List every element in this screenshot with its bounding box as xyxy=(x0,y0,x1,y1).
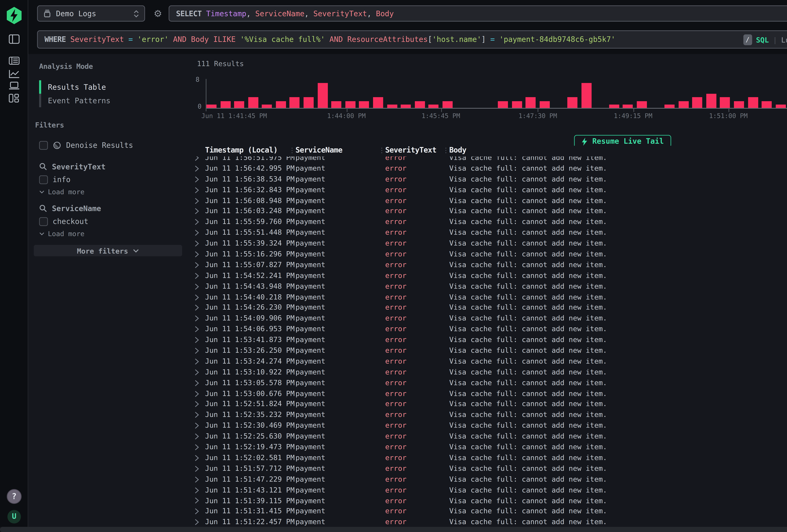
histogram-bar[interactable] xyxy=(720,97,730,108)
log-row[interactable]: Jun 11 1:54:52.241 PMpaymenterrorVisa ca… xyxy=(194,271,787,281)
row-expand-chevron-icon[interactable] xyxy=(194,452,205,463)
histogram-bar[interactable] xyxy=(220,101,230,108)
log-row[interactable]: Jun 11 1:54:40.218 PMpaymenterrorVisa ca… xyxy=(194,292,787,302)
column-header-servicename[interactable]: ServiceName xyxy=(295,146,385,156)
log-row[interactable]: Jun 11 1:51:39.115 PMpaymenterrorVisa ca… xyxy=(194,495,787,506)
row-expand-chevron-icon[interactable] xyxy=(194,399,205,410)
row-expand-chevron-icon[interactable] xyxy=(194,506,205,517)
row-expand-chevron-icon[interactable] xyxy=(194,345,205,356)
row-expand-chevron-icon[interactable] xyxy=(194,174,205,185)
column-header-severitytext[interactable]: SeverityText xyxy=(385,146,449,156)
where-query-input[interactable]: WHERE SeverityText = 'error' AND Body IL… xyxy=(37,30,787,49)
row-expand-chevron-icon[interactable] xyxy=(194,281,205,292)
mode-results-table[interactable]: Results Table xyxy=(39,80,182,94)
histogram-bar[interactable] xyxy=(678,101,688,108)
row-expand-chevron-icon[interactable] xyxy=(194,260,205,271)
denoise-checkbox[interactable] xyxy=(39,141,48,150)
log-row[interactable]: Jun 11 1:52:25.630 PMpaymenterrorVisa ca… xyxy=(194,431,787,442)
histogram-bar[interactable] xyxy=(775,104,786,108)
mode-event-patterns[interactable]: Event Patterns xyxy=(39,94,182,107)
log-row[interactable]: Jun 11 1:52:51.824 PMpaymenterrorVisa ca… xyxy=(194,399,787,410)
log-row[interactable]: Jun 11 1:55:39.324 PMpaymenterrorVisa ca… xyxy=(194,238,787,249)
log-row[interactable]: Jun 11 1:52:19.473 PMpaymenterrorVisa ca… xyxy=(194,442,787,452)
log-row[interactable]: Jun 11 1:56:42.995 PMpaymenterrorVisa ca… xyxy=(194,163,787,174)
histogram-bar[interactable] xyxy=(373,97,383,108)
horizontal-scrollbar-thumb[interactable] xyxy=(0,527,787,532)
filter-checkbox[interactable] xyxy=(39,217,48,226)
log-row[interactable]: Jun 11 1:56:08.948 PMpaymenterrorVisa ca… xyxy=(194,195,787,206)
histogram-bar[interactable] xyxy=(359,101,369,108)
row-expand-chevron-icon[interactable] xyxy=(194,485,205,495)
row-expand-chevron-icon[interactable] xyxy=(194,356,205,367)
query-language-toggle[interactable]: / SQL | Lucene xyxy=(743,34,787,45)
row-expand-chevron-icon[interactable] xyxy=(194,313,205,324)
log-row[interactable]: Jun 11 1:53:41.873 PMpaymenterrorVisa ca… xyxy=(194,335,787,345)
select-query-input[interactable]: SELECT Timestamp, ServiceName, SeverityT… xyxy=(169,5,787,22)
histogram-bar[interactable] xyxy=(748,97,758,108)
log-row[interactable]: Jun 11 1:51:47.229 PMpaymenterrorVisa ca… xyxy=(194,474,787,485)
row-expand-chevron-icon[interactable] xyxy=(194,495,205,506)
log-row[interactable]: Jun 11 1:56:03.248 PMpaymenterrorVisa ca… xyxy=(194,206,787,217)
log-row[interactable]: Jun 11 1:54:26.230 PMpaymenterrorVisa ca… xyxy=(194,302,787,313)
row-expand-chevron-icon[interactable] xyxy=(194,324,205,335)
histogram-bar[interactable] xyxy=(762,101,772,108)
log-row[interactable]: Jun 11 1:56:32.843 PMpaymenterrorVisa ca… xyxy=(194,185,787,195)
histogram-bar[interactable] xyxy=(428,104,439,108)
row-expand-chevron-icon[interactable] xyxy=(194,228,205,238)
log-row[interactable]: Jun 11 1:53:10.922 PMpaymenterrorVisa ca… xyxy=(194,367,787,378)
lang-lucene-option[interactable]: Lucene xyxy=(781,36,787,43)
sessions-laptop-icon[interactable] xyxy=(9,80,20,91)
row-expand-chevron-icon[interactable] xyxy=(194,378,205,388)
column-header-timestamp[interactable]: Timestamp (Local) xyxy=(205,146,295,156)
row-expand-chevron-icon[interactable] xyxy=(194,463,205,474)
row-expand-chevron-icon[interactable] xyxy=(194,206,205,217)
log-row[interactable]: Jun 11 1:51:22.457 PMpaymenterrorVisa ca… xyxy=(194,517,787,527)
more-filters-button[interactable]: More filters xyxy=(34,245,182,256)
histogram-bar[interactable] xyxy=(331,101,341,108)
row-expand-chevron-icon[interactable] xyxy=(194,517,205,527)
row-expand-chevron-icon[interactable] xyxy=(194,442,205,452)
histogram-bar[interactable] xyxy=(609,104,619,108)
log-row[interactable]: Jun 11 1:53:24.274 PMpaymenterrorVisa ca… xyxy=(194,356,787,367)
column-header-body[interactable]: Body xyxy=(449,146,787,156)
load-more-link[interactable]: Load more xyxy=(39,187,182,196)
row-expand-chevron-icon[interactable] xyxy=(194,163,205,174)
histogram-bar[interactable] xyxy=(664,104,675,108)
lang-sql-option[interactable]: SQL xyxy=(756,36,769,43)
row-expand-chevron-icon[interactable] xyxy=(194,249,205,259)
log-row[interactable]: Jun 11 1:56:38.534 PMpaymenterrorVisa ca… xyxy=(194,174,787,185)
row-expand-chevron-icon[interactable] xyxy=(194,238,205,249)
histogram-bar[interactable] xyxy=(706,94,716,108)
row-expand-chevron-icon[interactable] xyxy=(194,335,205,345)
histogram-bar[interactable] xyxy=(567,97,577,108)
load-more-link[interactable]: Load more xyxy=(39,229,182,238)
row-expand-chevron-icon[interactable] xyxy=(194,292,205,302)
histogram-bar[interactable] xyxy=(637,101,647,108)
log-row[interactable]: Jun 11 1:51:57.712 PMpaymenterrorVisa ca… xyxy=(194,463,787,474)
histogram-bar[interactable] xyxy=(623,104,633,108)
log-row[interactable]: Jun 11 1:55:16.296 PMpaymenterrorVisa ca… xyxy=(194,249,787,259)
log-row[interactable]: Jun 11 1:55:59.760 PMpaymenterrorVisa ca… xyxy=(194,217,787,228)
histogram-bar[interactable] xyxy=(206,104,216,108)
log-row[interactable]: Jun 11 1:53:26.250 PMpaymenterrorVisa ca… xyxy=(194,345,787,356)
filter-checkbox[interactable] xyxy=(39,175,48,184)
row-expand-chevron-icon[interactable] xyxy=(194,195,205,206)
histogram-bar[interactable] xyxy=(262,104,272,108)
row-expand-chevron-icon[interactable] xyxy=(194,271,205,281)
horizontal-scrollbar[interactable] xyxy=(0,527,787,532)
settings-gear-icon[interactable]: ⚙ xyxy=(151,7,165,20)
histogram-bar[interactable] xyxy=(304,97,314,108)
row-expand-chevron-icon[interactable] xyxy=(194,420,205,431)
histogram-bar[interactable] xyxy=(345,101,355,108)
app-logo[interactable] xyxy=(7,7,22,24)
filter-option-info[interactable]: info xyxy=(39,174,182,185)
histogram-bar[interactable] xyxy=(539,101,550,108)
histogram-bar[interactable] xyxy=(734,101,744,108)
histogram-bar[interactable] xyxy=(512,101,522,108)
toggle-panel-icon[interactable] xyxy=(9,34,20,45)
log-row[interactable]: Jun 11 1:54:06.953 PMpaymenterrorVisa ca… xyxy=(194,324,787,335)
histogram-bar[interactable] xyxy=(276,101,286,108)
log-row[interactable]: Jun 11 1:55:51.448 PMpaymenterrorVisa ca… xyxy=(194,228,787,238)
row-expand-chevron-icon[interactable] xyxy=(194,302,205,313)
log-row[interactable]: Jun 11 1:55:07.827 PMpaymenterrorVisa ca… xyxy=(194,260,787,271)
